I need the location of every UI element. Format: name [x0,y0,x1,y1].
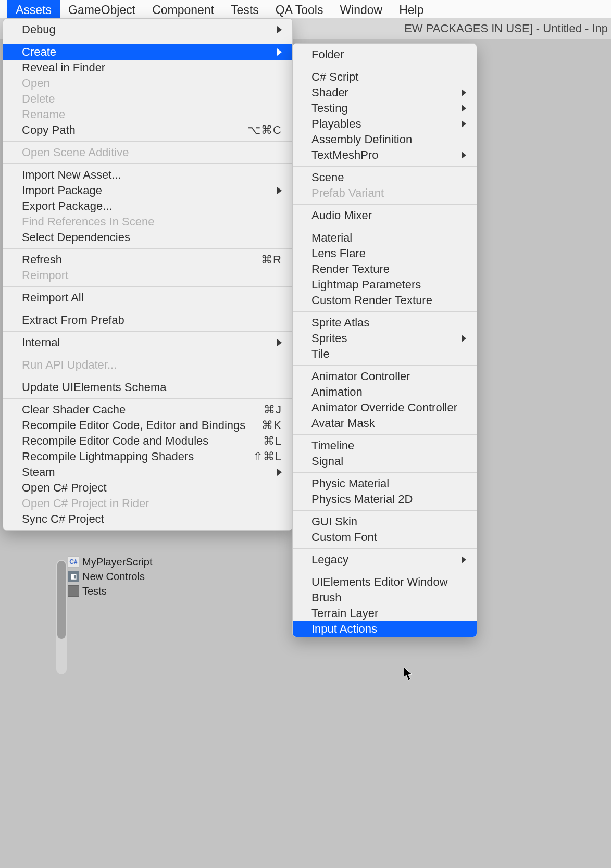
csharp-file-icon: C# [68,556,79,568]
menu-item-label: Reimport [22,269,68,282]
menu-item-label: Render Texture [311,262,390,276]
assets-menu-item-sync-c-project[interactable]: Sync C# Project [3,511,292,527]
create-menu-item-animator-controller[interactable]: Animator Controller [293,369,477,384]
create-menu-item-custom-font[interactable]: Custom Font [293,530,477,545]
menu-item-shortcut: ⇧⌘L [253,450,282,463]
create-menu-item-signal[interactable]: Signal [293,454,477,469]
chevron-right-icon [462,120,466,128]
create-menu-item-input-actions[interactable]: Input Actions [293,621,477,637]
create-menu-item-custom-render-texture[interactable]: Custom Render Texture [293,293,477,308]
assets-menu-item-refresh[interactable]: Refresh⌘R [3,252,292,268]
menu-item-shortcut: ⌘R [261,253,282,267]
create-menu-item-tile[interactable]: Tile [293,346,477,362]
project-scrollbar-thumb[interactable] [57,561,66,639]
create-menu-item-gui-skin[interactable]: GUI Skin [293,514,477,530]
menu-item-label: Delete [22,92,55,106]
menu-item-label: Export Package... [22,199,113,213]
menu-item-label: Animator Controller [311,370,410,383]
create-menu-item-material[interactable]: Material [293,230,477,246]
chevron-right-icon [277,339,282,346]
create-menu-item-animation[interactable]: Animation [293,384,477,400]
menu-item-label: Playables [311,117,361,131]
create-menu-item-shader[interactable]: Shader [293,85,477,100]
create-menu-item-terrain-layer[interactable]: Terrain Layer [293,606,477,621]
chevron-right-icon [277,187,282,194]
menu-separator [3,163,292,164]
assets-menu-item-create[interactable]: Create [3,44,292,60]
create-menu-item-timeline[interactable]: Timeline [293,438,477,454]
assets-menu-item-import-package[interactable]: Import Package [3,183,292,198]
menu-item-label: Recompile Editor Code, Editor and Bindin… [22,419,245,432]
project-scrollbar[interactable] [56,560,67,674]
menu-item-label: Clear Shader Cache [22,403,126,417]
create-menu-item-uielements-editor-window[interactable]: UIElements Editor Window [293,574,477,590]
create-menu-item-sprite-atlas[interactable]: Sprite Atlas [293,315,477,331]
create-menu-item-avatar-mask[interactable]: Avatar Mask [293,416,477,431]
menu-item-label: Lens Flare [311,247,366,260]
create-menu-item-assembly-definition[interactable]: Assembly Definition [293,132,477,147]
create-menu-item-playables[interactable]: Playables [293,116,477,132]
assets-menu-item-export-package[interactable]: Export Package... [3,198,292,214]
menubar-item-qa-tools[interactable]: QA Tools [267,0,332,18]
create-menu-item-legacy[interactable]: Legacy [293,552,477,568]
menu-item-label: Import Package [22,184,102,197]
assets-menu-item-recompile-editor-code-and-modules[interactable]: Recompile Editor Code and Modules⌘L [3,433,292,449]
menu-item-label: Sprites [311,332,347,345]
assets-menu-item-select-dependencies[interactable]: Select Dependencies [3,230,292,245]
create-menu-item-physic-material[interactable]: Physic Material [293,476,477,492]
assets-menu-item-debug[interactable]: Debug [3,22,292,37]
menu-separator [3,309,292,309]
menu-separator [3,41,292,41]
project-row-myplayerscript[interactable]: C#MyPlayerScript [68,555,250,569]
menubar-item-component[interactable]: Component [144,0,222,18]
menu-separator [3,141,292,142]
create-menu-item-testing[interactable]: Testing [293,100,477,116]
chevron-right-icon [462,105,466,112]
chevron-right-icon [462,89,466,96]
create-menu-item-animator-override-controller[interactable]: Animator Override Controller [293,400,477,416]
menubar-item-assets[interactable]: Assets [7,0,60,18]
create-menu-item-c-script[interactable]: C# Script [293,69,477,85]
create-menu-item-folder[interactable]: Folder [293,47,477,62]
create-submenu: FolderC# ScriptShaderTestingPlayablesAss… [292,43,477,637]
menu-item-shortcut: ⌘J [264,403,282,417]
create-menu-item-render-texture[interactable]: Render Texture [293,261,477,277]
create-menu-item-audio-mixer[interactable]: Audio Mixer [293,208,477,223]
menubar-item-help[interactable]: Help [391,0,432,18]
menu-separator [293,472,477,473]
assets-menu-item-recompile-lightmapping-shaders[interactable]: Recompile Lightmapping Shaders⇧⌘L [3,449,292,464]
create-menu-item-lightmap-parameters[interactable]: Lightmap Parameters [293,277,477,293]
assets-menu-item-copy-path[interactable]: Copy Path⌥⌘C [3,122,292,138]
menubar-item-tests[interactable]: Tests [222,0,267,18]
assets-menu-item-recompile-editor-code-editor-and-bindings[interactable]: Recompile Editor Code, Editor and Bindin… [3,418,292,433]
create-menu-item-brush[interactable]: Brush [293,590,477,606]
assets-menu-item-internal[interactable]: Internal [3,335,292,350]
project-row-tests[interactable]: Tests [68,584,250,598]
create-menu-item-scene[interactable]: Scene [293,170,477,185]
menubar-item-window[interactable]: Window [331,0,391,18]
create-menu-item-lens-flare[interactable]: Lens Flare [293,246,477,261]
assets-menu-item-steam[interactable]: Steam [3,464,292,480]
project-row-new-controls[interactable]: ◧New Controls [68,569,250,584]
create-menu-item-textmeshpro[interactable]: TextMeshPro [293,147,477,163]
menu-item-label: Folder [311,48,344,61]
chevron-right-icon [462,152,466,159]
assets-menu-item-clear-shader-cache[interactable]: Clear Shader Cache⌘J [3,402,292,418]
assets-menu-item-update-uielements-schema[interactable]: Update UIElements Schema [3,380,292,395]
assets-menu-item-extract-from-prefab[interactable]: Extract From Prefab [3,312,292,328]
create-menu-item-physics-material-2d[interactable]: Physics Material 2D [293,492,477,507]
assets-menu-item-reveal-in-finder[interactable]: Reveal in Finder [3,60,292,76]
assets-menu-item-open-c-project[interactable]: Open C# Project [3,480,292,496]
assets-menu-item-import-new-asset[interactable]: Import New Asset... [3,167,292,183]
menu-item-label: UIElements Editor Window [311,575,448,589]
menu-item-label: Refresh [22,253,62,267]
assets-menu-item-reimport-all[interactable]: Reimport All [3,290,292,306]
menu-item-label: Open C# Project [22,481,107,495]
menu-item-shortcut: ⌥⌘C [247,123,282,137]
menu-separator [3,248,292,249]
menu-separator [293,434,477,435]
project-row-label: New Controls [82,571,145,583]
menu-separator [293,571,477,571]
menubar-item-gameobject[interactable]: GameObject [60,0,144,18]
create-menu-item-sprites[interactable]: Sprites [293,331,477,346]
